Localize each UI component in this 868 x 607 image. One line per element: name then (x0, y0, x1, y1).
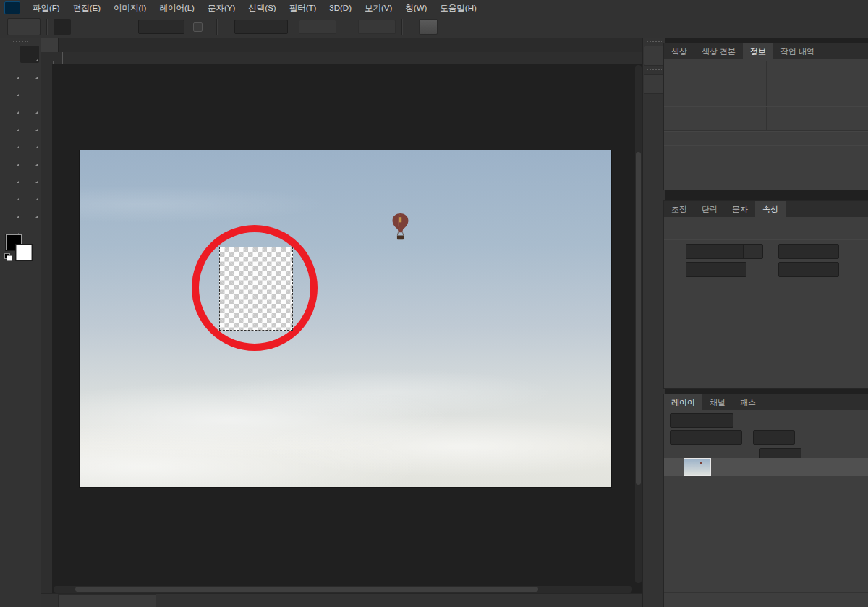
default-colors-icon[interactable] (4, 253, 12, 260)
new-adjustment-layer-button[interactable] (795, 595, 807, 606)
new-layer-button[interactable] (831, 595, 843, 606)
prop-y-input[interactable] (778, 262, 839, 277)
rectangular-marquee-tool[interactable] (20, 46, 39, 63)
delete-layer-button[interactable] (849, 595, 861, 606)
new-selection-button[interactable] (54, 19, 71, 35)
tab-색상 견본[interactable]: 색상 견본 (694, 43, 743, 59)
vertical-ruler[interactable] (41, 64, 53, 593)
type-layer-filter-icon[interactable] (778, 415, 789, 426)
tab-단락[interactable]: 단락 (694, 201, 725, 217)
link-layers-button[interactable] (741, 595, 752, 606)
menu-item[interactable]: 문자(Y) (201, 0, 242, 16)
search-icon[interactable] (799, 21, 811, 33)
toolbar-grip[interactable] (12, 41, 28, 43)
layer-visibility-toggle[interactable] (664, 462, 684, 472)
smudge-tool[interactable] (20, 150, 39, 167)
tab-색상[interactable]: 색상 (664, 43, 694, 59)
magic-wand-tool[interactable] (20, 63, 39, 80)
intersect-selection-button[interactable] (110, 19, 127, 35)
menu-item[interactable]: 필터(T) (283, 0, 323, 16)
panel-menu-icon[interactable] (854, 204, 864, 214)
tab-조정[interactable]: 조정 (664, 201, 694, 217)
layer-thumbnail[interactable] (684, 459, 710, 475)
horizontal-scrollbar[interactable] (54, 586, 632, 593)
share-icon[interactable] (851, 21, 862, 33)
menu-item[interactable]: 선택(S) (242, 0, 282, 16)
photoshop-logo[interactable] (4, 1, 20, 14)
menu-item[interactable]: 파일(F) (26, 0, 67, 16)
workspace-icon[interactable] (818, 21, 830, 33)
prop-h-input[interactable] (778, 244, 839, 259)
hand-tool[interactable] (20, 202, 39, 219)
smart-object-filter-icon[interactable] (813, 415, 824, 426)
menu-item[interactable]: 편집(E) (67, 0, 107, 16)
transparent-selection-region[interactable] (219, 247, 293, 331)
history-brush-tool[interactable] (1, 132, 20, 150)
layer-filter-select[interactable] (670, 413, 733, 428)
add-to-selection-button[interactable] (72, 19, 90, 35)
path-selection-tool[interactable] (20, 184, 39, 202)
dock-grip[interactable] (646, 41, 662, 43)
menu-item[interactable]: 보기(V) (358, 0, 399, 16)
panel-menu-icon[interactable] (854, 397, 864, 407)
quick-mask-icon[interactable] (4, 268, 17, 279)
gradient-tool[interactable] (1, 150, 20, 167)
swap-dimensions-icon[interactable] (339, 22, 350, 33)
subtract-from-selection-button[interactable] (91, 19, 109, 35)
feather-input[interactable] (138, 20, 184, 34)
move-tool[interactable] (1, 46, 20, 63)
tab-패스[interactable]: 패스 (733, 394, 763, 410)
shape-layer-filter-icon[interactable] (796, 415, 807, 426)
tab-채널[interactable]: 채널 (702, 394, 733, 410)
opacity-input[interactable] (753, 430, 795, 445)
document-tab[interactable] (41, 38, 59, 52)
tab-정보[interactable]: 정보 (743, 43, 773, 59)
menu-item[interactable]: 3D(D) (323, 0, 358, 16)
style-select[interactable] (234, 20, 288, 34)
layer-style-button[interactable] (759, 595, 770, 606)
menu-item[interactable]: 도움말(H) (433, 0, 482, 16)
document-image[interactable] (80, 150, 611, 487)
type-tool[interactable] (1, 184, 20, 202)
eraser-tool[interactable] (20, 132, 39, 150)
prop-w-input[interactable] (686, 244, 746, 259)
background-color-swatch[interactable] (16, 245, 32, 260)
blend-mode-select[interactable] (670, 430, 742, 445)
brush-tool[interactable] (1, 115, 20, 132)
vertical-scrollbar[interactable] (635, 65, 642, 583)
tab-문자[interactable]: 문자 (725, 201, 755, 217)
adjustment-layer-filter-icon[interactable] (761, 415, 772, 426)
frame-tool[interactable] (20, 80, 39, 98)
filter-toggle-icon[interactable] (854, 415, 862, 425)
tab-레이어[interactable]: 레이어 (664, 394, 702, 410)
eyedropper-tool[interactable] (1, 98, 20, 115)
horizontal-ruler[interactable] (52, 52, 642, 64)
ruler-corner[interactable] (41, 52, 53, 64)
actions-panel-button[interactable] (644, 74, 664, 94)
tab-속성[interactable]: 속성 (755, 201, 786, 217)
canvas-area[interactable] (52, 64, 642, 593)
add-layer-mask-button[interactable] (777, 595, 788, 606)
tool-preset-picker[interactable] (7, 18, 41, 35)
menu-item[interactable]: 창(W) (399, 0, 433, 16)
new-group-button[interactable] (813, 595, 825, 606)
panel-menu-icon[interactable] (854, 46, 864, 56)
screen-mode-icon[interactable] (23, 268, 36, 279)
pen-tool[interactable] (20, 167, 39, 184)
document-size-box[interactable] (58, 594, 156, 607)
prop-x-input[interactable] (686, 262, 746, 277)
character-styles-panel-button[interactable] (644, 46, 664, 66)
link-dimensions-button[interactable] (743, 244, 763, 259)
layer-row[interactable] (664, 458, 868, 476)
menu-item[interactable]: 레이어(L) (153, 0, 201, 16)
tab-작업 내역[interactable]: 작업 내역 (773, 43, 822, 59)
swap-colors-icon[interactable] (27, 230, 35, 238)
crop-tool[interactable] (1, 80, 20, 98)
antialias-checkbox[interactable] (193, 22, 203, 32)
pixel-layer-filter-icon[interactable] (744, 415, 754, 426)
healing-brush-tool[interactable] (20, 98, 39, 115)
lasso-tool[interactable] (1, 63, 20, 80)
select-and-mask-button[interactable] (419, 19, 438, 35)
rectangle-tool[interactable] (1, 202, 20, 219)
clone-stamp-tool[interactable] (20, 115, 39, 132)
